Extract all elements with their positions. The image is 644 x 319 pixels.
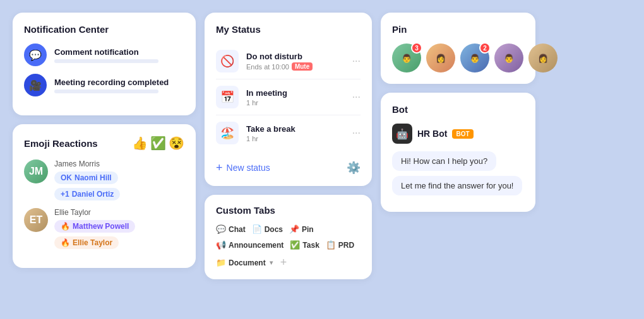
comment-notif-bar: [54, 59, 158, 63]
break-name: Take a break: [246, 124, 345, 134]
avatar-ellie: ET: [24, 208, 48, 232]
my-status-card: My Status 🚫 Do not disturb Ends at 10:00…: [205, 13, 372, 186]
fire-icon-matthew: 🔥: [61, 222, 70, 231]
document-tab-icon: 📁: [216, 258, 226, 267]
ellie-tag-name: Ellie Taylor: [73, 238, 112, 247]
james-tags: OK Naomi Hill +1 Daniel Ortiz: [54, 171, 184, 200]
pin-badge-3: 2: [479, 42, 491, 54]
tab-document[interactable]: 📁 Document ▾: [216, 258, 273, 267]
fire-tag-ellie[interactable]: 🔥 Ellie Taylor: [54, 236, 119, 249]
dnd-name: Do not disturb: [246, 52, 345, 61]
tab-announcement[interactable]: 📢 Announcement: [216, 240, 283, 250]
custom-tabs-title: Custom Tabs: [216, 205, 361, 216]
notification-center-title: Notification Center: [24, 24, 184, 35]
break-sub: 1 hr: [246, 135, 345, 142]
meeting-notif-text-group: Meeting recording completed: [54, 78, 184, 93]
status-item-dnd: 🚫 Do not disturb Ends at 10:00 Mute ···: [216, 44, 361, 79]
pin-avatar-img-5: 👩: [528, 44, 558, 72]
bot-card: Bot 🤖 HR Bot BOT Hi! How can I help you?…: [381, 93, 535, 212]
main-layout: Notification Center 💬 Comment notificati…: [0, 0, 644, 319]
docs-tab-icon: 📄: [252, 224, 262, 234]
bot-name: HR Bot: [417, 129, 447, 139]
robot-emoji: 🤖: [396, 128, 408, 140]
tabs-row: 💬 Chat 📄 Docs 📌 Pin 📢 Announcement ✅: [216, 224, 361, 269]
bot-header: 🤖 HR Bot BOT: [392, 124, 524, 144]
dizzy-emoji: 😵: [169, 136, 184, 151]
thumbs-emoji: 👍: [132, 136, 148, 151]
dnd-info: Do not disturb Ends at 10:00 Mute: [246, 52, 345, 71]
announcement-tab-label: Announcement: [229, 241, 283, 250]
ellie-name: Ellie Taylor: [54, 208, 184, 217]
reaction-row-ellie: ET Ellie Taylor 🔥 Matthew Powell 🔥 Ellie…: [24, 208, 184, 249]
avatar-james: JM: [24, 160, 48, 183]
bot-message-2: Let me find the answer for you!: [392, 176, 522, 195]
thumbs-tag-daniel[interactable]: +1 Daniel Ortiz: [54, 188, 120, 200]
meeting-notif-bar: [54, 90, 158, 93]
plus1-label: +1: [61, 190, 69, 199]
settings-icon[interactable]: ⚙️: [347, 161, 361, 175]
dnd-more-button[interactable]: ···: [352, 55, 361, 67]
task-tab-icon: ✅: [290, 240, 300, 250]
comment-icon: 💬: [29, 49, 42, 61]
meeting-name: In meeting: [246, 88, 345, 98]
break-more-button[interactable]: ···: [352, 127, 361, 139]
ellie-tags: 🔥 Matthew Powell 🔥 Ellie Taylor: [54, 220, 184, 249]
meeting-notif-label: Meeting recording completed: [54, 78, 184, 87]
bot-badge: BOT: [452, 129, 473, 139]
tab-prd[interactable]: 📋 PRD: [326, 240, 354, 250]
tab-pin[interactable]: 📌 Pin: [289, 224, 314, 234]
left-column: Notification Center 💬 Comment notificati…: [13, 13, 196, 268]
meeting-notif-icon: 🎥: [24, 74, 47, 96]
ok-tag-naomi[interactable]: OK Naomi Hill: [54, 171, 118, 184]
prd-tab-label: PRD: [338, 241, 354, 250]
tab-add-button[interactable]: +: [280, 256, 287, 269]
ok-label: OK: [61, 173, 72, 182]
document-tab-label: Document: [229, 258, 266, 267]
tab-docs[interactable]: 📄 Docs: [252, 224, 283, 234]
pin-avatar-2[interactable]: 👩: [426, 44, 455, 72]
plus-icon: +: [216, 161, 223, 175]
pin-tab-label: Pin: [302, 225, 314, 234]
status-items-list: 🚫 Do not disturb Ends at 10:00 Mute ···: [216, 44, 361, 151]
new-status-button[interactable]: + New status: [216, 161, 270, 175]
pin-avatar-5[interactable]: 👩: [528, 44, 558, 72]
done-emoji: ✅: [150, 136, 166, 151]
notif-item-comment: 💬 Comment notification: [24, 44, 184, 66]
custom-tabs-card: Custom Tabs 💬 Chat 📄 Docs 📌 Pin 📢 Announ…: [205, 195, 372, 279]
comment-notif-icon: 💬: [24, 44, 47, 66]
chat-tab-icon: 💬: [216, 224, 226, 234]
pin-tab-icon: 📌: [289, 224, 299, 234]
dnd-icon: 🚫: [216, 50, 239, 72]
mute-badge[interactable]: Mute: [292, 62, 313, 71]
announcement-tab-icon: 📢: [216, 240, 226, 250]
ellie-reactions-group: Ellie Taylor 🔥 Matthew Powell 🔥 Ellie Ta…: [54, 208, 184, 249]
pin-avatar-3[interactable]: 👨 2: [460, 44, 489, 72]
naomi-name: Naomi Hill: [75, 173, 112, 182]
pin-avatar-img-2: 👩: [426, 44, 455, 72]
dnd-sub: Ends at 10:00 Mute: [246, 62, 345, 71]
emoji-reactions-card: Emoji Reactions 👍 ✅ 😵 JM James Morris OK: [13, 124, 196, 268]
bot-message-1: Hi! How can I help you?: [392, 151, 496, 171]
pin-avatar-4[interactable]: 👨: [494, 44, 523, 72]
meeting-sub: 1 hr: [246, 99, 345, 107]
meeting-info: In meeting 1 hr: [246, 88, 345, 107]
pin-badge-1: 3: [411, 42, 422, 54]
pin-avatars: 👨 3 👩 👨 2 👨: [392, 44, 524, 72]
tab-task[interactable]: ✅ Task: [290, 240, 319, 250]
status-item-meeting: 📅 In meeting 1 hr ···: [216, 79, 361, 115]
pin-title: Pin: [392, 24, 524, 35]
my-status-title: My Status: [216, 24, 361, 35]
bot-messages: Hi! How can I help you? Let me find the …: [392, 151, 524, 200]
meeting-more-button[interactable]: ···: [352, 91, 361, 103]
emoji-icons-group: 👍 ✅ 😵: [132, 136, 184, 151]
tab-chat[interactable]: 💬 Chat: [216, 224, 246, 234]
new-status-label: New status: [227, 163, 270, 173]
reaction-row-james: JM James Morris OK Naomi Hill +1 Daniel …: [24, 160, 184, 200]
pin-avatar-img-4: 👨: [494, 44, 523, 72]
dnd-emoji: 🚫: [220, 54, 234, 68]
fire-tag-matthew[interactable]: 🔥 Matthew Powell: [54, 220, 135, 233]
pin-avatar-1[interactable]: 👨 3: [392, 44, 421, 72]
notif-item-meeting: 🎥 Meeting recording completed: [24, 74, 184, 96]
video-icon: 🎥: [29, 79, 42, 91]
document-chevron-icon: ▾: [270, 259, 273, 266]
